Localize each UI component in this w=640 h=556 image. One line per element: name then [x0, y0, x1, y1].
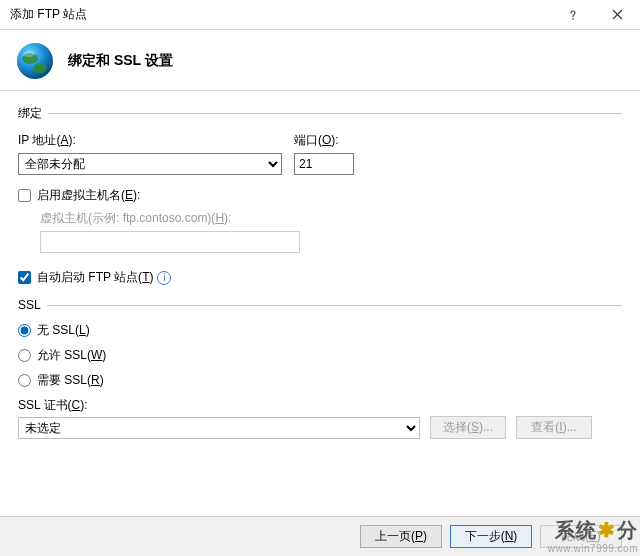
auto-start-label: 自动启动 FTP 站点(T): [37, 269, 153, 286]
ssl-group: SSL 无 SSL(L) 允许 SSL(W) 需要 SSL(R) SSL 证书(…: [18, 298, 622, 439]
view-cert-button: 查看(I)...: [516, 416, 592, 439]
ip-address-field: IP 地址(A): 全部未分配: [18, 132, 282, 175]
vhost-name-label: 虚拟主机(示例: ftp.contoso.com)(H):: [40, 211, 231, 225]
wizard-header: 绑定和 SSL 设置: [0, 30, 640, 91]
ssl-group-label: SSL: [18, 298, 41, 312]
auto-start-checkbox[interactable]: [18, 271, 31, 284]
vhost-name-input: [40, 231, 300, 253]
title-bar: 添加 FTP 站点: [0, 0, 640, 30]
info-icon[interactable]: i: [157, 271, 171, 285]
vhost-subsection: 虚拟主机(示例: ftp.contoso.com)(H):: [40, 210, 622, 253]
ssl-require-label: 需要 SSL(R): [37, 372, 104, 389]
help-button[interactable]: [550, 0, 595, 30]
auto-start-row: 自动启动 FTP 站点(T) i: [18, 269, 622, 286]
close-button[interactable]: [595, 0, 640, 30]
binding-group-header: 绑定: [18, 105, 622, 122]
finish-button: 完成(F): [540, 525, 622, 548]
ssl-allow-label: 允许 SSL(W): [37, 347, 106, 364]
ssl-none-radio[interactable]: [18, 324, 31, 337]
ssl-cert-label: SSL 证书(C):: [18, 398, 88, 412]
ssl-cert-select[interactable]: 未选定: [18, 417, 420, 439]
port-label: 端口(O):: [294, 132, 354, 149]
content-pane: 绑定 IP 地址(A): 全部未分配 端口(O): 启用: [0, 91, 640, 523]
binding-group-label: 绑定: [18, 105, 42, 122]
enable-vhost-label: 启用虚拟主机名(E):: [37, 187, 140, 204]
ip-address-label: IP 地址(A):: [18, 132, 282, 149]
binding-group-line: [48, 113, 622, 114]
ssl-none-label: 无 SSL(L): [37, 322, 90, 339]
ssl-require-radio[interactable]: [18, 374, 31, 387]
select-cert-button: 选择(S)...: [430, 416, 506, 439]
page-title: 绑定和 SSL 设置: [68, 52, 173, 70]
next-button[interactable]: 下一步(N): [450, 525, 532, 548]
ssl-group-header: SSL: [18, 298, 622, 312]
ssl-allow-radio[interactable]: [18, 349, 31, 362]
binding-group: 绑定 IP 地址(A): 全部未分配 端口(O): 启用: [18, 105, 622, 253]
enable-vhost-checkbox[interactable]: [18, 189, 31, 202]
globe-icon: [14, 40, 56, 82]
ssl-group-line: [47, 305, 622, 306]
help-icon: [567, 9, 579, 21]
close-icon: [612, 9, 623, 20]
wizard-button-bar: 上一页(P) 下一步(N) 完成(F): [0, 516, 640, 556]
previous-button[interactable]: 上一页(P): [360, 525, 442, 548]
port-input[interactable]: [294, 153, 354, 175]
ip-address-select[interactable]: 全部未分配: [18, 153, 282, 175]
svg-point-0: [572, 18, 574, 20]
port-field: 端口(O):: [294, 132, 354, 175]
svg-point-2: [23, 51, 35, 57]
enable-vhost-row: 启用虚拟主机名(E):: [18, 187, 622, 204]
window-title: 添加 FTP 站点: [10, 6, 550, 23]
